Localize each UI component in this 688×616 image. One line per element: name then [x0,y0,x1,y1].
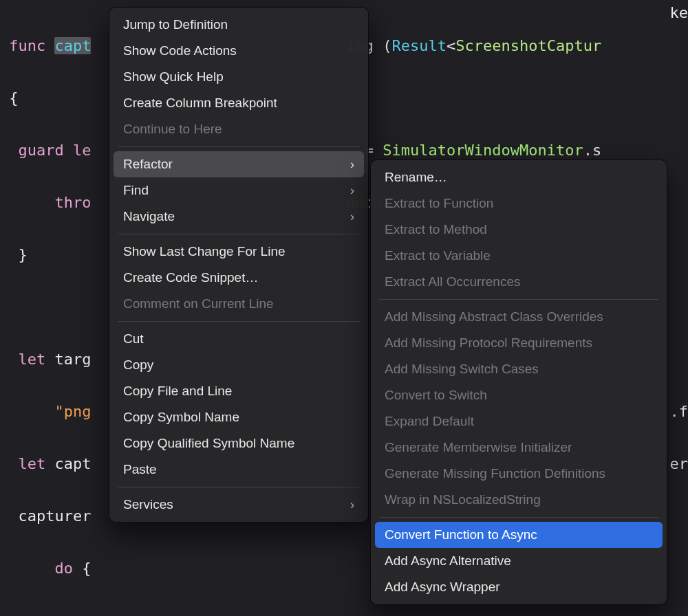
menu-separator [118,487,360,487]
menu-separator [118,321,360,322]
menu-item-generate-missing-func: Generate Missing Function Definitions [371,461,667,487]
menu-item-jump-to-definition[interactable]: Jump to Definition [109,12,368,38]
menu-item-navigate[interactable]: Navigate› [109,204,368,230]
menu-item-convert-function-async[interactable]: Convert Function to Async [375,522,663,548]
menu-item-continue-to-here: Continue to Here [109,116,368,142]
menu-item-services[interactable]: Services› [109,492,368,518]
menu-label: Show Code Actions [123,41,237,60]
menu-separator [379,517,658,518]
menu-label: Jump to Definition [123,15,228,34]
code-text: targ [45,351,91,368]
brace-open: { [73,560,92,577]
menu-label: Cut [123,329,144,349]
menu-label: Add Missing Switch Cases [385,360,539,379]
menu-label: Extract to Variable [385,246,491,265]
menu-separator [118,234,360,234]
context-menu: Jump to Definition Show Code Actions Sho… [109,7,369,522]
keyword-throw: thro [54,194,91,211]
menu-label: Wrap in NSLocalizedString [385,490,541,509]
menu-label: Rename… [385,168,447,187]
menu-item-paste[interactable]: Paste [109,456,368,483]
code-text: .f [670,403,689,420]
menu-item-rename[interactable]: Rename… [371,164,667,190]
menu-item-add-async-alternative[interactable]: Add Async Alternative [371,548,667,574]
chevron-right-icon: › [350,207,354,226]
menu-label: Add Async Alternative [385,551,511,571]
menu-label: Add Async Wrapper [385,578,500,597]
code-line: ca [0,608,688,616]
keyword-let: le [73,142,92,159]
menu-label: Extract to Function [385,194,493,213]
brace-open: { [9,89,18,107]
chevron-right-icon: › [350,155,354,174]
refactor-submenu: Rename… Extract to Function Extract to M… [370,160,667,605]
menu-label: Refactor [123,155,173,174]
keyword-let: let [19,455,46,472]
menu-item-refactor[interactable]: Refactor› [114,151,364,177]
menu-label: Extract to Method [385,220,487,239]
menu-label: Services [123,495,173,514]
menu-label: Create Column Breakpoint [123,94,277,113]
type-simulator: SimulatorWindowMonitor [383,142,583,159]
menu-item-copy-qualified-symbol-name[interactable]: Copy Qualified Symbol Name [109,430,368,456]
menu-label: Copy Symbol Name [123,408,239,427]
menu-item-extract-to-function: Extract to Function [371,190,667,217]
menu-separator [379,299,658,300]
menu-item-add-missing-protocol: Add Missing Protocol Requirements [371,330,667,356]
menu-label: Show Quick Help [123,67,224,87]
menu-item-show-last-change[interactable]: Show Last Change For Line [109,239,368,265]
menu-item-copy[interactable]: Copy [109,352,368,378]
menu-label: Show Last Change For Line [123,242,286,261]
type-screenshot: ScreenshotCaptur [455,37,601,54]
code-text: ca [670,612,689,616]
code-text: er [670,455,689,472]
type-result: Result [392,37,447,54]
menu-item-extract-all-occurrences: Extract All Occurrences [371,269,667,295]
menu-item-convert-to-switch: Convert to Switch [371,382,667,408]
string-png: "png [54,403,91,420]
menu-label: Convert to Switch [385,386,487,405]
menu-item-extract-to-method: Extract to Method [371,217,667,243]
menu-item-add-missing-abstract: Add Missing Abstract Class Overrides [371,304,667,330]
keyword-let: let [19,351,46,368]
var-capturer: capturer [19,507,92,525]
keyword-func: func [9,37,45,54]
menu-label: Copy File and Line [123,382,232,401]
menu-label: Add Missing Abstract Class Overrides [385,307,603,327]
menu-item-find[interactable]: Find› [109,177,368,204]
code-text: ke [670,4,689,21]
menu-item-show-quick-help[interactable]: Show Quick Help [109,64,368,90]
menu-item-extract-to-variable: Extract to Variable [371,243,667,269]
chevron-right-icon: › [350,181,354,200]
menu-item-copy-symbol-name[interactable]: Copy Symbol Name [109,404,368,430]
chevron-right-icon: › [350,495,354,514]
menu-separator [118,146,360,147]
menu-item-copy-file-and-line[interactable]: Copy File and Line [109,378,368,404]
menu-item-show-code-actions[interactable]: Show Code Actions [109,38,368,64]
menu-item-add-async-wrapper[interactable]: Add Async Wrapper [371,574,667,600]
menu-item-expand-default: Expand Default [371,408,667,434]
menu-label: Find [123,181,149,200]
code-text: capt [45,455,91,472]
code-text: .s [583,142,602,159]
menu-item-generate-memberwise: Generate Memberwise Initializer [371,434,667,461]
menu-item-comment-on-current-line: Comment on Current Line [109,291,368,317]
menu-label: Generate Missing Function Definitions [385,464,605,483]
func-name-selected: capt [54,37,91,54]
menu-label: Copy [123,355,153,375]
menu-item-wrap-nslocalized: Wrap in NSLocalizedString [371,487,667,513]
menu-label: Extract All Occurrences [385,272,520,292]
menu-item-create-column-breakpoint[interactable]: Create Column Breakpoint [109,90,368,116]
brace-close: } [19,246,28,263]
keyword-guard: guard [19,142,64,159]
menu-item-create-code-snippet[interactable]: Create Code Snippet… [109,265,368,291]
menu-label: Create Code Snippet… [123,268,258,287]
menu-item-cut[interactable]: Cut [109,326,368,352]
menu-label: Comment on Current Line [123,294,274,314]
menu-label: Add Missing Protocol Requirements [385,333,592,353]
keyword-do: do [54,560,73,577]
menu-label: Convert Function to Async [385,525,537,544]
menu-item-add-missing-switch: Add Missing Switch Cases [371,356,667,382]
menu-label: Continue to Here [123,120,222,139]
menu-label: Generate Memberwise Initializer [385,438,572,457]
